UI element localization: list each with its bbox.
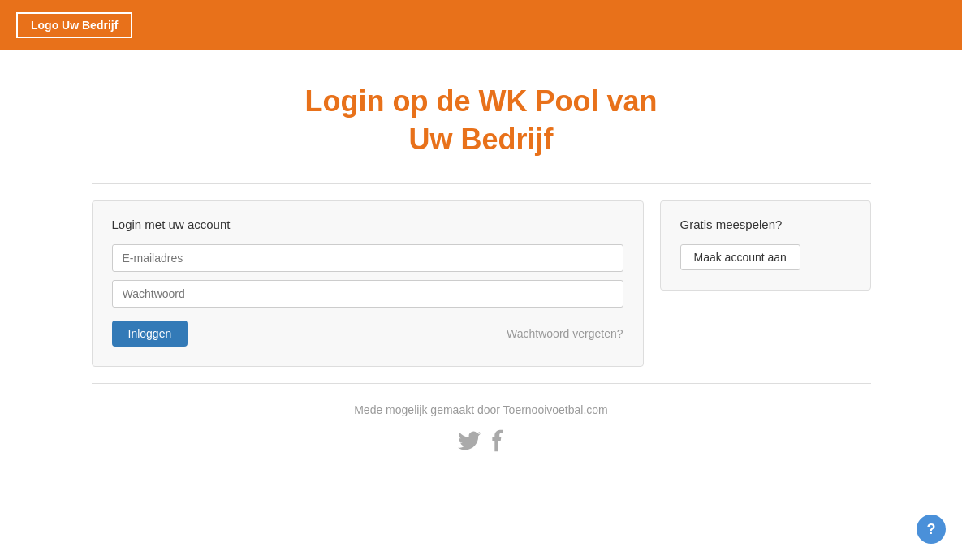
top-divider (92, 183, 871, 184)
facebook-icon (490, 429, 505, 452)
login-card: Login met uw account Inloggen Wachtwoord… (92, 200, 644, 367)
twitter-icon (458, 429, 481, 452)
password-field[interactable] (112, 280, 623, 308)
footer: Mede mogelijk gemaakt door Toernooivoetb… (354, 403, 608, 455)
page-title-line1: Login op de WK Pool van (305, 84, 658, 118)
main-content: Login op de WK Pool van Uw Bedrijf Login… (0, 50, 962, 455)
page-title: Login op de WK Pool van Uw Bedrijf (305, 83, 658, 159)
logo-button[interactable]: Logo Uw Bedrijf (16, 12, 132, 38)
page-title-line2: Uw Bedrijf (408, 123, 553, 156)
login-actions: Inloggen Wachtwoord vergeten? (112, 321, 623, 347)
maak-account-button[interactable]: Maak account aan (680, 244, 800, 270)
inloggen-button[interactable]: Inloggen (112, 321, 188, 347)
register-card: Gratis meespelen? Maak account aan (660, 200, 871, 291)
twitter-link[interactable] (458, 429, 481, 455)
register-card-title: Gratis meespelen? (680, 218, 851, 231)
header: Logo Uw Bedrijf (0, 0, 962, 50)
help-button[interactable]: ? (917, 515, 946, 544)
login-card-title: Login met uw account (112, 218, 623, 231)
email-field[interactable] (112, 244, 623, 272)
facebook-link[interactable] (490, 429, 505, 455)
cards-row: Login met uw account Inloggen Wachtwoord… (92, 200, 871, 367)
footer-credit: Mede mogelijk gemaakt door Toernooivoetb… (354, 403, 608, 416)
forgot-password-link[interactable]: Wachtwoord vergeten? (507, 327, 623, 340)
bottom-divider (92, 383, 871, 384)
social-icons (458, 429, 505, 455)
